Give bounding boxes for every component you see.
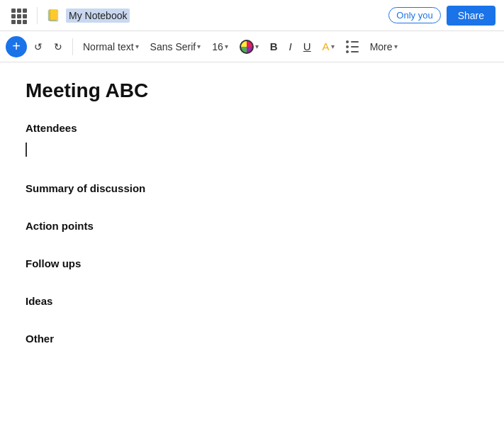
section-other: Other	[26, 333, 478, 345]
section-summary: Summary of discussion	[26, 182, 478, 194]
bold-button[interactable]: B	[266, 38, 282, 55]
section-heading-summary: Summary of discussion	[26, 182, 478, 194]
section-heading-follow-ups: Follow ups	[26, 257, 478, 269]
list-button[interactable]	[342, 38, 363, 56]
more-chevron: ▾	[394, 43, 398, 50]
visibility-badge[interactable]: Only you	[388, 7, 440, 23]
section-attendees: Attendees	[26, 122, 478, 157]
text-style-label: Normal text	[83, 41, 134, 52]
notebook-title[interactable]: My Notebook	[66, 9, 130, 23]
italic-button[interactable]: I	[285, 38, 296, 55]
highlight-label: A	[323, 40, 330, 52]
apps-icon[interactable]	[9, 6, 28, 26]
section-follow-ups: Follow ups	[26, 257, 478, 269]
top-bar-right: Only you Share	[388, 6, 495, 26]
toolbar: + ↺ ↻ Normal text ▾ Sans Serif ▾ 16 ▾ ▾ …	[0, 31, 504, 62]
section-action-points: Action points	[26, 220, 478, 232]
share-button[interactable]: Share	[447, 6, 495, 26]
section-heading-attendees: Attendees	[26, 122, 478, 134]
font-family-dropdown[interactable]: Sans Serif ▾	[146, 38, 206, 55]
color-picker-button[interactable]: ▾	[235, 37, 263, 57]
font-size-label: 16	[212, 41, 223, 52]
sep-1	[37, 7, 38, 24]
font-size-dropdown[interactable]: 16 ▾	[208, 38, 233, 55]
more-dropdown[interactable]: More ▾	[366, 38, 402, 55]
section-ideas: Ideas	[26, 295, 478, 307]
section-heading-other: Other	[26, 333, 478, 345]
highlight-chevron: ▾	[331, 43, 335, 50]
font-family-chevron: ▾	[197, 43, 201, 50]
cursor-line	[26, 143, 478, 157]
top-bar-left: 📒 My Notebook	[9, 6, 130, 26]
section-heading-action-points: Action points	[26, 220, 478, 232]
redo-button[interactable]: ↻	[50, 38, 67, 55]
font-family-label: Sans Serif	[150, 41, 196, 52]
editor[interactable]: Meeting ABC Attendees Summary of discuss…	[0, 62, 504, 446]
notebook-icon: 📒	[46, 9, 60, 23]
undo-button[interactable]: ↺	[30, 38, 47, 55]
underline-button[interactable]: U	[299, 38, 315, 55]
more-label: More	[370, 41, 393, 52]
color-circle-icon	[240, 40, 254, 54]
text-style-dropdown[interactable]: Normal text ▾	[79, 38, 143, 55]
sep-2	[72, 38, 73, 55]
list-icon	[346, 40, 359, 53]
section-heading-ideas: Ideas	[26, 295, 478, 307]
text-cursor	[26, 143, 27, 157]
font-size-chevron: ▾	[225, 43, 228, 50]
highlight-button[interactable]: A ▾	[318, 38, 339, 55]
document-title: Meeting ABC	[26, 79, 478, 102]
text-style-chevron: ▾	[135, 43, 139, 50]
add-button[interactable]: +	[6, 36, 27, 57]
color-chevron: ▾	[255, 43, 259, 50]
top-bar: 📒 My Notebook Only you Share	[0, 0, 504, 31]
